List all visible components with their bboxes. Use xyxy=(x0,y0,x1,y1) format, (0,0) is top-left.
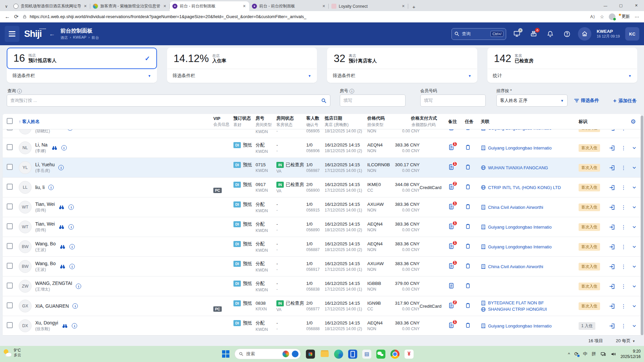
reservation-row[interactable]: BW Wang, Bo (王波) i DI预抵 分配KWDN -- 1/0056… xyxy=(3,237,641,257)
check-in-button[interactable] xyxy=(609,263,615,270)
company-link[interactable]: Guiyang Longdongbao Internatio xyxy=(481,224,579,230)
reservation-row[interactable]: BW Wang, Bo (王波) i DI预抵 分配KWDN -- 1/0056… xyxy=(3,257,641,277)
check-in-button[interactable] xyxy=(609,283,615,290)
main-menu-button[interactable] xyxy=(5,26,19,42)
check-in-button[interactable] xyxy=(609,204,615,210)
tasks-button[interactable] xyxy=(465,243,471,249)
taskbar-stocks-app-icon[interactable] xyxy=(405,350,414,359)
breadcrumb[interactable]: 酒店›KWEAP›前台 xyxy=(60,35,99,40)
favorite-star-icon[interactable]: ☆ xyxy=(600,14,604,19)
check-in-button[interactable] xyxy=(609,165,615,171)
browser-update-button[interactable]: 更新 xyxy=(620,14,630,19)
help-button[interactable] xyxy=(561,28,573,40)
guest-name[interactable]: Li, Na xyxy=(35,142,48,147)
reservation-row[interactable]: WT Tian, Wei (田伟) i DI预抵 分配KWDN -- 1/005… xyxy=(3,217,641,237)
notes-button[interactable]: 2 xyxy=(448,184,454,190)
row-menu-button[interactable]: ⋮ xyxy=(621,145,626,151)
company-link[interactable]: Guiyang Longdongbao Internatio xyxy=(481,145,579,150)
room-assign-link[interactable]: 分配 xyxy=(256,261,276,267)
notes-button[interactable]: 1 xyxy=(448,203,454,210)
reservation-row[interactable]: NL Li, Na (李娜) i DI预抵 分配KWDN -- 1/005690… xyxy=(3,138,641,158)
taskbar-weather-widget[interactable]: 9°C 多云 xyxy=(3,348,21,358)
info-icon[interactable]: i xyxy=(69,244,75,249)
tab-search-icon[interactable]: ∨ xyxy=(2,2,11,11)
expand-row-button[interactable] xyxy=(632,284,637,289)
column-header[interactable]: 预订状态 喜好 xyxy=(233,115,256,128)
guest-name[interactable]: liu, li xyxy=(35,185,45,190)
tasks-button[interactable] xyxy=(465,223,471,229)
table-settings-gear-icon[interactable]: ⚙ xyxy=(631,118,641,125)
notifications-bell-button[interactable] xyxy=(544,28,556,40)
column-header[interactable]: 关联 xyxy=(481,119,579,125)
column-header[interactable]: 抵店日期 离店 (房晚数) xyxy=(325,115,367,128)
tasks-button[interactable] xyxy=(465,164,471,170)
column-header[interactable]: 房号 房间类型 xyxy=(256,115,276,128)
row-checkbox[interactable] xyxy=(7,322,13,328)
expand-row-button[interactable] xyxy=(632,205,637,209)
site-permissions-icon[interactable] xyxy=(22,14,27,19)
column-header[interactable]: 价格代码 担保类型 xyxy=(367,115,394,128)
card-filter-bar[interactable]: 统计 ▼ xyxy=(487,69,638,83)
expand-row-button[interactable] xyxy=(632,304,637,308)
browser-tab[interactable]: Loyalty Connect ✕ xyxy=(329,1,408,11)
room-assign-link[interactable]: 分配 xyxy=(256,201,276,207)
guest-name[interactable]: Wang, Bo xyxy=(35,241,56,246)
row-checkbox[interactable] xyxy=(7,243,13,249)
info-icon[interactable]: i xyxy=(61,145,67,150)
breadcrumb-item[interactable]: KWEAP xyxy=(73,35,87,40)
page-size-select[interactable]: 20 每页▼ xyxy=(616,338,635,344)
notes-button[interactable]: 1 xyxy=(448,129,454,131)
check-in-button[interactable] xyxy=(609,129,615,131)
reservation-row[interactable]: YL Li, Yuehu (李岳虎) i DI预抵 0715KWDN IN已检查… xyxy=(3,158,641,178)
reservation-row[interactable]: WT Tian, Wei (田伟) i DI预抵 分配KWDN -- 1/005… xyxy=(3,197,641,217)
column-header[interactable]: 支付方式 团队代码 xyxy=(420,115,448,128)
filter-conditions-button[interactable]: 筛选条件 xyxy=(574,98,599,104)
company-link[interactable]: China Civil Aviation Airworthi xyxy=(481,204,579,210)
info-icon[interactable]: i xyxy=(48,185,54,190)
member-filter-input[interactable]: 填写 xyxy=(420,95,486,107)
card-filter-bar[interactable]: 筛选条件栏 ▼ xyxy=(7,69,157,83)
workstation-offline-button[interactable]: ✕ xyxy=(511,28,523,40)
room-assign-link[interactable]: 分配 xyxy=(256,281,276,287)
tasks-button[interactable] xyxy=(465,144,471,150)
ime-language-button[interactable]: 中 xyxy=(583,351,587,357)
info-icon[interactable]: i xyxy=(17,89,22,94)
row-menu-button[interactable]: ⋮ xyxy=(621,283,626,290)
info-icon[interactable]: i xyxy=(76,284,81,289)
check-in-button[interactable] xyxy=(609,184,615,191)
company-link[interactable]: Guiyang Longdongbao Internatio xyxy=(481,244,579,249)
row-checkbox[interactable] xyxy=(7,184,13,190)
select-all-checkbox[interactable] xyxy=(7,118,13,124)
browser-profile-avatar[interactable] xyxy=(609,13,615,20)
guest-name[interactable]: WANG, ZENGTAI xyxy=(35,281,72,286)
tasks-button[interactable] xyxy=(465,263,471,269)
notes-button[interactable]: 1 xyxy=(448,144,454,150)
breadcrumb-item[interactable]: 酒店 xyxy=(60,35,68,40)
expand-row-button[interactable] xyxy=(632,145,637,150)
check-in-button[interactable] xyxy=(609,323,615,329)
reservation-row[interactable]: ZW WANG, ZENGTAI (王增太) i DI预抵 分配KWDN -- … xyxy=(3,277,641,296)
expand-row-button[interactable] xyxy=(632,165,637,170)
taskbar-chrome-icon[interactable] xyxy=(390,350,399,359)
column-header[interactable]: 客人数 确认号 xyxy=(306,115,325,128)
company-link[interactable]: Guiyang Longdongbao Internatio xyxy=(481,129,579,131)
sync-tray-icon[interactable]: ⟳ xyxy=(574,351,579,357)
tasks-button[interactable] xyxy=(465,184,471,190)
search-highlight-icon[interactable] xyxy=(282,351,289,357)
notes-button[interactable]: 1 xyxy=(448,263,454,269)
taskbar-photos-icon[interactable] xyxy=(306,350,315,359)
start-button[interactable] xyxy=(222,350,229,358)
row-checkbox[interactable] xyxy=(7,203,13,209)
row-menu-button[interactable]: ⋮ xyxy=(621,224,626,230)
tasks-button[interactable] xyxy=(465,302,471,308)
taskbar-search-input[interactable]: 搜索 xyxy=(234,349,301,359)
reservation-row[interactable]: HX Hu, Xiaohong (胡晓红) i DI预抵 分配KWDN -- 1… xyxy=(3,129,641,138)
url-field[interactable]: https://cn1.web.ep.shiji.world/individua… xyxy=(22,14,586,19)
expand-row-button[interactable] xyxy=(632,225,637,229)
tasks-button[interactable] xyxy=(465,129,471,130)
cashier-button[interactable] xyxy=(528,28,540,40)
check-in-button[interactable] xyxy=(609,244,615,250)
window-close-button[interactable]: ✕ xyxy=(629,0,644,11)
notes-button[interactable]: 1 xyxy=(448,243,454,249)
tasks-button[interactable] xyxy=(465,203,471,209)
